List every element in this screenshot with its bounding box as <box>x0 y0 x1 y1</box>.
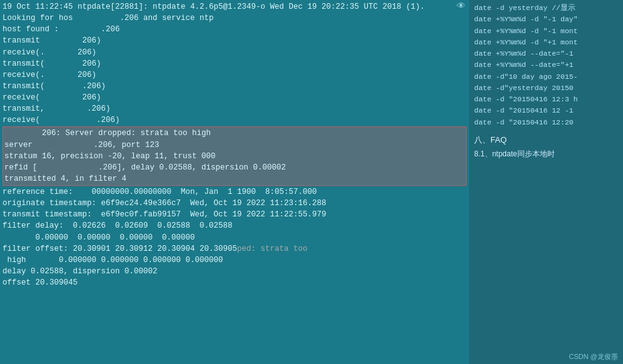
terminal-line: 0.00000 0.00000 0.00000 0.00000 <box>3 232 467 243</box>
terminal-line: receive(. 206) <box>3 47 467 58</box>
code-line: date -d "20150416 12:3 h <box>474 94 618 104</box>
terminal-panel: 19 Oct 11:22:45 ntpdate[22881]: ntpdate … <box>0 0 469 364</box>
subsection-title: 8.1、ntpdate同步本地时 <box>474 148 618 159</box>
terminal-line: receive(. 206) <box>3 69 467 81</box>
watermark: CSDN @龙俊墨 <box>569 351 618 362</box>
terminal-line: Looking for hos .206 and service ntp <box>3 13 467 24</box>
terminal-line: high 0.000000 0.000000 0.000000 0.000000 <box>3 255 467 266</box>
error-block: 206: Server dropped: strata too high ser… <box>3 126 467 186</box>
code-line: date -d"yesterday 20150 <box>474 83 618 93</box>
code-line: date +%Y%m%d --date="-1 <box>474 48 618 59</box>
code-line: date -d yesterday //显示 <box>474 3 618 13</box>
code-line: date +%Y%m%d --date="+1 <box>474 59 618 70</box>
terminal-content: 19 Oct 11:22:45 ntpdate[22881]: ntpdate … <box>0 0 469 364</box>
section-title: 八、FAQ <box>474 134 618 146</box>
terminal-line: refid [ .206], delay 0.02588, dispersion… <box>4 162 465 173</box>
terminal-line: 206: Server dropped: strata too high <box>4 128 465 139</box>
terminal-line: filter offset: 20.30901 20.30912 20.3090… <box>3 243 467 255</box>
terminal-line: offset 20.309045 <box>3 277 467 288</box>
terminal-line: 19 Oct 11:22:45 ntpdate[22881]: ntpdate … <box>3 1 467 13</box>
eye-icon: 👁 <box>457 1 465 11</box>
code-line: date +%Y%m%d -d "-1 day" <box>474 14 618 24</box>
terminal-line: receive( 206) <box>3 92 467 103</box>
terminal-line: reference time: 00000000.00000000 Mon, J… <box>3 186 467 198</box>
code-line: date -d"10 day ago 2015- <box>474 71 618 82</box>
terminal-line: server .206, port 123 <box>4 139 465 151</box>
code-line: date +%Y%m%d -d "+1 mont <box>474 37 618 48</box>
terminal-line: stratum 16, precision -20, leap 11, trus… <box>4 151 465 162</box>
terminal-line: transmit timestamp: e6f9ec0f.fab99157 We… <box>3 209 467 220</box>
code-line: date -d "20150416 12:20 <box>474 117 618 128</box>
terminal-line: transmit( 206) <box>3 58 467 69</box>
terminal-line: filter delay: 0.02626 0.02609 0.02588 0.… <box>3 220 467 231</box>
code-line: date +%Y%m%d -d "-1 mont <box>474 26 618 36</box>
terminal-line: transmit( .206) <box>3 81 467 92</box>
terminal-line: delay 0.02588, dispersion 0.00002 <box>3 266 467 277</box>
terminal-line: receive( .206) <box>3 114 467 126</box>
terminal-line: transmitted 4, in filter 4 <box>4 173 465 185</box>
terminal-line: transmit 206) <box>3 35 467 46</box>
code-line: date -d "20150416 12 -1 <box>474 105 618 116</box>
terminal-line: host found : .206 <box>3 24 467 35</box>
terminal-line: transmit, .206) <box>3 103 467 114</box>
terminal-line: originate timestamp: e6f9ec24.49e366c7 W… <box>3 198 467 209</box>
right-panel: date -d yesterday //显示 date +%Y%m%d -d "… <box>469 0 623 364</box>
